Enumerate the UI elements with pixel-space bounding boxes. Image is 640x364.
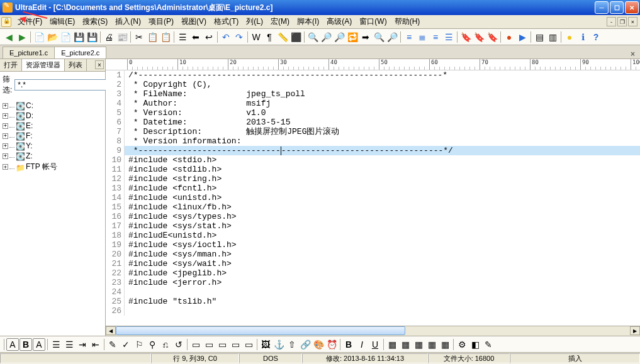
horizontal-scrollbar[interactable]: ◀ ▶ <box>106 326 640 336</box>
upload-icon[interactable]: ⇧ <box>286 338 298 351</box>
save-as-icon[interactable]: 💾 <box>86 31 98 43</box>
misc1-icon[interactable]: ⚙ <box>456 338 468 351</box>
ww-icon[interactable]: W <box>250 31 262 43</box>
format-b-icon[interactable]: B <box>342 338 355 351</box>
tool3-icon[interactable]: ⚐ <box>133 338 145 351</box>
back-button[interactable]: ◀ <box>3 31 15 43</box>
layout1-icon[interactable]: ▭ <box>189 338 202 351</box>
tag-b-icon[interactable]: B <box>20 338 32 351</box>
code-line[interactable]: 14#include <unistd.h> <box>106 193 640 202</box>
tool2-icon[interactable]: ✓ <box>120 338 132 351</box>
list-ol-icon[interactable]: ☰ <box>63 338 76 351</box>
find-icon[interactable]: 🔍 <box>306 31 319 43</box>
code-line[interactable]: 21#include <sys/wait.h> <box>106 259 640 268</box>
code-line[interactable]: 2 * Copyright (C), <box>106 80 640 89</box>
bg-icon[interactable]: ⬛ <box>289 31 302 43</box>
expand-icon[interactable]: + <box>3 153 8 159</box>
outdent-icon[interactable]: ⬅ <box>189 31 202 43</box>
open-icon[interactable]: 📂 <box>46 31 59 43</box>
side-close-button[interactable]: × <box>95 60 104 69</box>
tree-item[interactable]: +📁FTP 帐号 <box>3 161 103 173</box>
split-h-icon[interactable]: ▤ <box>533 31 546 43</box>
image-icon[interactable]: 🖼 <box>259 338 272 351</box>
code-line[interactable]: 13#include <fcntl.h> <box>106 184 640 193</box>
redo-icon[interactable]: ↷ <box>233 31 245 43</box>
grid1-icon[interactable]: ▦ <box>386 338 398 351</box>
grid3-icon[interactable]: ▦ <box>412 338 425 351</box>
split-v-icon[interactable]: ▥ <box>546 31 559 43</box>
code-line[interactable]: 1/*-------------------------------------… <box>106 70 640 80</box>
goto-icon[interactable]: ➡ <box>359 31 372 43</box>
tree-item[interactable]: +💽Z: <box>3 151 103 161</box>
tool1-icon[interactable]: ✎ <box>106 338 119 351</box>
code-line[interactable]: 18#includE<unistd.h> <box>106 231 640 240</box>
code-line[interactable]: 8 * Version information: <box>106 136 640 146</box>
cut-icon[interactable]: ✂ <box>133 31 145 43</box>
indent-icon[interactable]: ⇥ <box>76 338 89 351</box>
menu-item[interactable]: 搜索(S) <box>79 16 111 27</box>
align-left-icon[interactable]: ≡ <box>403 31 415 43</box>
menu-item[interactable]: 脚本(I) <box>293 16 323 27</box>
file-tab[interactable]: E_picture2.c <box>54 47 106 58</box>
menu-item[interactable]: 宏(M) <box>267 16 293 27</box>
expand-icon[interactable]: + <box>3 143 8 149</box>
scroll-right-button[interactable]: ▶ <box>630 326 640 335</box>
code-editor[interactable]: 1/*-------------------------------------… <box>106 70 640 326</box>
code-line[interactable]: 22#include <jpeglib.h> <box>106 268 640 278</box>
mdi-restore-button[interactable]: ❐ <box>617 17 627 26</box>
misc3-icon[interactable]: ✎ <box>482 338 495 351</box>
find3-icon[interactable]: 🔍 <box>373 31 385 43</box>
code-line[interactable]: 15#include <linux/fb.h> <box>106 202 640 212</box>
mdi-minimize-button[interactable]: - <box>607 17 616 26</box>
tree-item[interactable]: +💽C: <box>3 101 103 111</box>
tool6-icon[interactable]: ↺ <box>172 338 185 351</box>
mdi-close-button[interactable]: × <box>628 17 637 26</box>
tab-close-button[interactable]: × <box>628 50 637 58</box>
save-icon[interactable]: 💾 <box>72 31 85 43</box>
replace-icon[interactable]: 🔁 <box>346 31 359 43</box>
maximize-button[interactable]: ☐ <box>610 1 624 14</box>
tool4-icon[interactable]: ⚲ <box>146 338 159 351</box>
code-line[interactable]: 7 * Description: 触摸屏控制JPEG图片滚动 <box>106 127 640 136</box>
expand-icon[interactable]: + <box>3 164 8 170</box>
tree-item[interactable]: +💽E: <box>3 121 103 131</box>
file-tree[interactable]: +💽C:+💽D:+💽E:+💽F:+💽Y:+💽Z:+📁FTP 帐号 <box>0 98 105 336</box>
align-center-icon[interactable]: ≣ <box>416 31 429 43</box>
code-line[interactable]: 4 * Author: msifj <box>106 99 640 108</box>
side-tab-explorer[interactable]: 资源管理器 <box>22 59 65 71</box>
wrap-icon[interactable]: ↩ <box>203 31 215 43</box>
bookmark-next-icon[interactable]: 🔖 <box>473 31 485 43</box>
preview-icon[interactable]: 📰 <box>116 31 128 43</box>
tree-item[interactable]: +💽Y: <box>3 141 103 151</box>
menu-item[interactable]: 项目(P) <box>145 16 177 27</box>
code-line[interactable]: 12#include <string.h> <box>106 174 640 184</box>
minimize-button[interactable]: ─ <box>595 1 609 14</box>
scroll-thumb[interactable] <box>116 326 405 335</box>
layout5-icon[interactable]: ▭ <box>242 338 255 351</box>
scroll-left-button[interactable]: ◀ <box>106 326 116 335</box>
format-i-icon[interactable]: I <box>356 338 368 351</box>
code-line[interactable]: 10#include <stdio.h> <box>106 155 640 165</box>
tag-i-icon[interactable]: A <box>33 338 45 351</box>
bookmark-prev-icon[interactable]: 🔖 <box>486 31 498 43</box>
menu-item[interactable]: 插入(N) <box>111 16 145 27</box>
close-button[interactable]: ✕ <box>625 1 639 14</box>
find4-icon[interactable]: 🔎 <box>386 31 398 43</box>
code-line[interactable]: 11#include <stdlib.h> <box>106 165 640 174</box>
code-line[interactable]: 6 * Datetime: 2013-5-15 <box>106 118 640 127</box>
menu-item[interactable]: 编辑(E) <box>46 16 79 27</box>
findprev-icon[interactable]: 🔎 <box>333 31 345 43</box>
help-icon[interactable]: ? <box>590 31 602 43</box>
info-icon[interactable]: ℹ <box>576 31 589 43</box>
grid4-icon[interactable]: ▦ <box>425 338 438 351</box>
layout4-icon[interactable]: ▭ <box>229 338 242 351</box>
grid2-icon[interactable]: ▦ <box>399 338 412 351</box>
code-line[interactable]: 24 <box>106 287 640 297</box>
code-line[interactable]: 5 * Version: v1.0 <box>106 108 640 118</box>
justify-icon[interactable]: ☰ <box>442 31 455 43</box>
outdent2-icon[interactable]: ⇤ <box>89 338 102 351</box>
format-u-icon[interactable]: U <box>369 338 381 351</box>
tag-a-icon[interactable]: A <box>6 338 19 351</box>
menu-item[interactable]: 格式(T) <box>210 16 242 27</box>
macro-record-icon[interactable]: ▶ <box>516 31 529 43</box>
